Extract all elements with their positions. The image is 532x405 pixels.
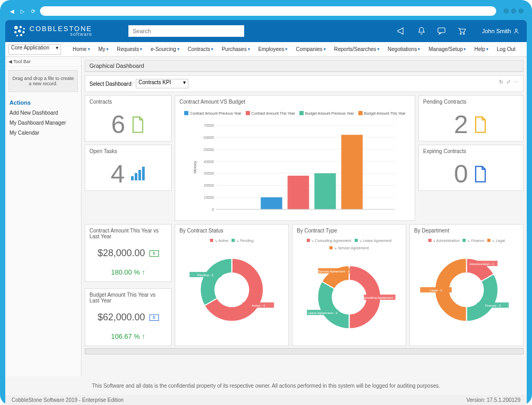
menu-item-reports-searches[interactable]: Reports/Searches▾ (330, 46, 384, 52)
browser-frame: ◀ ▷ ⟳ COBBLESTONE software (0, 0, 532, 405)
menu-item-companies[interactable]: Companies▾ (292, 46, 330, 52)
svg-text:0: 0 (212, 208, 214, 211)
donut-type-card: By Contract Type ↘ Consulting Agreement↘… (292, 224, 406, 346)
donut-status-card: By Contract Status ↘ Active↘ Pending Act… (175, 224, 289, 346)
main: Graphical Dashboard Select Dashboard: Co… (82, 57, 527, 377)
svg-point-1 (19, 26, 22, 28)
document-icon (473, 116, 488, 134)
menu-item-employees[interactable]: Employees▾ (254, 46, 292, 52)
footer-notice: This Software and all data is the confid… (5, 377, 527, 395)
app-selector[interactable]: Core Application ▾ (8, 44, 61, 55)
menu-item-requests[interactable]: Requests▾ (113, 46, 146, 52)
window-controls (504, 8, 524, 14)
browser-url-bar[interactable] (40, 6, 496, 16)
svg-text:Pending - 2: Pending - 2 (197, 274, 214, 277)
refresh-icon[interactable]: ↻ (499, 79, 503, 85)
sidebar-link[interactable]: My Dashboard Manager (5, 118, 81, 128)
svg-rect-14 (138, 170, 141, 180)
bar-chart-card: Contract Amount VS Budget Contract Amoun… (175, 95, 415, 221)
file-dropzone[interactable]: Drag and drop a file to create a new rec… (8, 70, 78, 92)
sidebar: ◀ Tool Bar Drag and drop a file to creat… (5, 57, 82, 377)
user-name: John Smith (482, 28, 511, 34)
svg-rect-12 (131, 176, 134, 180)
dashboard-select[interactable]: Contracts KPI ▾ (136, 79, 188, 88)
svg-point-4 (18, 29, 21, 32)
megaphone-icon[interactable] (397, 26, 406, 36)
expiring-value: 0 (454, 159, 468, 188)
expiring-contracts-card[interactable]: Expiring Contracts 0 (418, 145, 524, 191)
contracts-value: 6 (111, 110, 125, 139)
svg-text:60000: 60000 (204, 136, 214, 139)
svg-text:30000: 30000 (204, 171, 214, 175)
donut-legend: ↘ Consulting Agreement↘ Lease Agreement↘… (293, 239, 406, 250)
svg-rect-36 (342, 135, 363, 209)
toolbar-toggle[interactable]: ◀ Tool Bar (5, 57, 81, 67)
contracts-card[interactable]: Contracts 6 (85, 95, 172, 141)
menu-item-e-sourcing[interactable]: e-Sourcing▾ (146, 46, 183, 52)
menu-bar: Core Application ▾ Home▾My▾Requests▾e-So… (5, 42, 527, 57)
svg-rect-13 (135, 173, 137, 180)
brand-logo[interactable]: COBBLESTONE software (13, 24, 128, 38)
budget-amount-value: $62,000.00 (97, 312, 145, 323)
user-menu[interactable]: John Smith (482, 28, 519, 34)
donut-chart: Administration - 1Finance - 2Legal - 3 (410, 245, 523, 329)
menu-item-contracts[interactable]: Contracts▾ (184, 46, 218, 52)
cobblestone-icon (13, 24, 26, 38)
cart-icon[interactable] (457, 26, 466, 36)
money-icon: $ (149, 250, 159, 257)
menu-item-negotiations[interactable]: Negotiations▾ (384, 46, 425, 52)
svg-text:Money: Money (193, 161, 197, 174)
browser-titlebar: ◀ ▷ ⟳ (5, 5, 527, 20)
svg-point-9 (460, 33, 461, 34)
svg-point-2 (23, 28, 25, 29)
svg-text:Lease Agreement - 2: Lease Agreement - 2 (308, 311, 337, 315)
document-icon (131, 116, 145, 134)
donut-legend: ↘ Administration↘ Finance↘ Legal (410, 239, 523, 243)
search-input[interactable] (128, 25, 244, 37)
menu-item-my[interactable]: My▾ (94, 46, 113, 52)
open-tasks-card[interactable]: Open Tasks 4 (85, 145, 172, 191)
svg-rect-34 (288, 176, 309, 209)
window-dot[interactable] (504, 8, 509, 14)
svg-text:50000: 50000 (204, 148, 214, 151)
pending-contracts-card[interactable]: Pending Contracts 2 (418, 95, 524, 141)
bar-chart: 010000200003000040000500006000070000Mone… (178, 123, 411, 217)
footer-bar: CobbleStone Software 2019 - Enterprise E… (5, 395, 527, 405)
menu-item-purchases[interactable]: Purchases▾ (217, 46, 254, 52)
page-title: Graphical Dashboard (85, 60, 523, 72)
svg-point-7 (20, 34, 22, 36)
svg-text:Legal - 3: Legal - 3 (430, 289, 443, 292)
more-icon[interactable]: ⋯ (514, 79, 519, 85)
sidebar-link[interactable]: Add New Dashboard (5, 108, 81, 118)
header-icons (397, 26, 466, 36)
content: ◀ Tool Bar Drag and drop a file to creat… (5, 57, 527, 377)
expand-icon[interactable]: ⤢ (506, 79, 510, 85)
menu-item-manage-setup[interactable]: Manage/Setup▾ (424, 46, 470, 52)
donut-chart: Consulting Agreement - 3Lease Agreement … (293, 252, 406, 337)
donut-chart: Active - 4Pending - 2 (175, 245, 288, 329)
svg-text:20000: 20000 (204, 184, 214, 187)
menu-item-log-out[interactable]: Log Out (493, 46, 520, 52)
footer-left: CobbleStone Software 2019 - Enterprise E… (12, 397, 124, 403)
bell-icon[interactable] (417, 26, 426, 36)
browser-reload-icon[interactable]: ⟳ (29, 7, 37, 15)
svg-text:Service Agreement - 1: Service Agreement - 1 (318, 270, 350, 273)
sidebar-link[interactable]: My Calendar (5, 128, 81, 138)
money-icon: $ (149, 315, 159, 321)
menu-item-home[interactable]: Home▾ (68, 46, 94, 52)
window-dot[interactable] (518, 8, 524, 14)
contract-amount-card[interactable]: Contract Amount This Year vs Last Year $… (85, 224, 172, 282)
svg-rect-15 (142, 167, 145, 180)
chat-icon[interactable] (437, 26, 446, 36)
window-dot[interactable] (511, 8, 516, 14)
app: COBBLESTONE software John Smith Core App… (5, 20, 527, 405)
horizontal-scrollbar[interactable] (85, 348, 524, 355)
svg-point-3 (14, 31, 16, 33)
dashboard-panel: Graphical Dashboard (85, 60, 524, 72)
svg-rect-35 (315, 173, 336, 209)
browser-back-icon[interactable]: ◀ (8, 7, 16, 15)
menu-item-help[interactable]: Help▾ (470, 46, 493, 52)
svg-text:Administration - 1: Administration - 1 (469, 262, 494, 266)
budget-amount-card[interactable]: Budget Amount This Year vs Last Year $62… (85, 288, 172, 346)
browser-forward-icon[interactable]: ▷ (19, 7, 26, 15)
